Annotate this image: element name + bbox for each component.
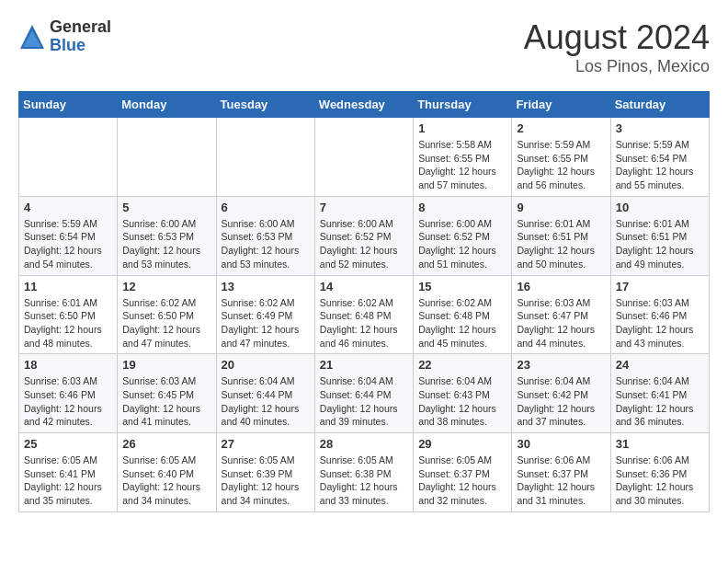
day-info: Sunrise: 6:06 AM Sunset: 6:36 PM Dayligh… [616,454,704,508]
title-block: August 2024 Los Pinos, Mexico [524,18,710,76]
calendar-cell: 18Sunrise: 6:03 AM Sunset: 6:46 PM Dayli… [19,354,118,433]
calendar-cell: 11Sunrise: 6:01 AM Sunset: 6:50 PM Dayli… [19,275,118,354]
day-number: 25 [24,437,112,451]
day-number: 7 [320,201,408,214]
calendar-cell: 3Sunrise: 5:59 AM Sunset: 6:54 PM Daylig… [610,118,709,197]
calendar-cell: 30Sunrise: 6:06 AM Sunset: 6:37 PM Dayli… [512,433,610,512]
week-row-2: 4Sunrise: 5:59 AM Sunset: 6:54 PM Daylig… [19,196,710,275]
day-info: Sunrise: 6:05 AM Sunset: 6:38 PM Dayligh… [320,454,408,508]
day-info: Sunrise: 6:01 AM Sunset: 6:51 PM Dayligh… [517,217,605,271]
day-number: 9 [517,201,605,214]
day-number: 26 [122,437,210,451]
day-info: Sunrise: 6:01 AM Sunset: 6:51 PM Dayligh… [616,217,704,271]
day-info: Sunrise: 6:00 AM Sunset: 6:53 PM Dayligh… [122,217,210,271]
day-info: Sunrise: 6:03 AM Sunset: 6:46 PM Dayligh… [24,374,112,429]
day-info: Sunrise: 5:59 AM Sunset: 6:54 PM Dayligh… [24,217,112,271]
calendar-cell: 27Sunrise: 6:05 AM Sunset: 6:39 PM Dayli… [216,433,314,512]
day-info: Sunrise: 6:04 AM Sunset: 6:43 PM Dayligh… [418,374,506,429]
weekday-header-row: SundayMondayTuesdayWednesdayThursdayFrid… [19,92,710,118]
day-info: Sunrise: 6:03 AM Sunset: 6:45 PM Dayligh… [122,374,210,429]
day-number: 15 [418,280,506,293]
day-number: 17 [616,280,704,293]
calendar-cell: 14Sunrise: 6:02 AM Sunset: 6:48 PM Dayli… [314,275,413,354]
calendar-cell: 26Sunrise: 6:05 AM Sunset: 6:40 PM Dayli… [118,433,216,512]
calendar-cell: 23Sunrise: 6:04 AM Sunset: 6:42 PM Dayli… [512,354,610,433]
day-number: 20 [222,358,310,372]
calendar-cell: 8Sunrise: 6:00 AM Sunset: 6:52 PM Daylig… [414,196,512,275]
weekday-header-monday: Monday [118,92,216,118]
calendar-cell: 21Sunrise: 6:04 AM Sunset: 6:44 PM Dayli… [314,354,413,433]
weekday-header-friday: Friday [512,92,610,118]
day-info: Sunrise: 5:58 AM Sunset: 6:55 PM Dayligh… [418,138,506,192]
day-info: Sunrise: 6:00 AM Sunset: 6:52 PM Dayligh… [418,217,506,271]
day-number: 12 [122,280,210,293]
day-number: 28 [320,437,408,451]
logo-blue: Blue [50,37,111,55]
day-info: Sunrise: 6:06 AM Sunset: 6:37 PM Dayligh… [517,454,605,508]
day-number: 24 [616,358,704,372]
day-number: 14 [320,280,408,293]
day-info: Sunrise: 6:02 AM Sunset: 6:48 PM Dayligh… [320,296,408,350]
day-info: Sunrise: 6:03 AM Sunset: 6:46 PM Dayligh… [616,296,704,350]
weekday-header-thursday: Thursday [414,92,512,118]
calendar-cell: 19Sunrise: 6:03 AM Sunset: 6:45 PM Dayli… [118,354,216,433]
weekday-header-sunday: Sunday [19,92,118,118]
day-number: 10 [616,201,704,214]
day-info: Sunrise: 6:04 AM Sunset: 6:44 PM Dayligh… [320,374,408,429]
day-number: 2 [517,121,605,135]
page-subtitle: Los Pinos, Mexico [524,57,710,76]
day-info: Sunrise: 6:04 AM Sunset: 6:42 PM Dayligh… [517,374,605,429]
calendar-cell [314,118,413,197]
weekday-header-tuesday: Tuesday [216,92,314,118]
calendar-cell: 25Sunrise: 6:05 AM Sunset: 6:41 PM Dayli… [19,433,118,512]
calendar-cell: 2Sunrise: 5:59 AM Sunset: 6:55 PM Daylig… [512,118,610,197]
logo-icon [18,23,46,51]
weekday-header-wednesday: Wednesday [314,92,413,118]
day-number: 5 [122,201,210,214]
day-info: Sunrise: 6:00 AM Sunset: 6:52 PM Dayligh… [320,217,408,271]
calendar-cell: 28Sunrise: 6:05 AM Sunset: 6:38 PM Dayli… [314,433,413,512]
day-info: Sunrise: 6:05 AM Sunset: 6:41 PM Dayligh… [24,454,112,508]
calendar-cell: 31Sunrise: 6:06 AM Sunset: 6:36 PM Dayli… [610,433,709,512]
day-number: 4 [24,201,112,214]
day-number: 3 [616,121,704,135]
day-info: Sunrise: 5:59 AM Sunset: 6:55 PM Dayligh… [517,138,605,192]
day-info: Sunrise: 6:05 AM Sunset: 6:39 PM Dayligh… [222,454,310,508]
calendar-cell: 9Sunrise: 6:01 AM Sunset: 6:51 PM Daylig… [512,196,610,275]
day-number: 11 [24,280,112,293]
day-number: 31 [616,437,704,451]
calendar-cell: 15Sunrise: 6:02 AM Sunset: 6:48 PM Dayli… [414,275,512,354]
calendar-cell: 17Sunrise: 6:03 AM Sunset: 6:46 PM Dayli… [610,275,709,354]
page-title: August 2024 [524,18,710,57]
day-number: 22 [418,358,506,372]
day-info: Sunrise: 6:00 AM Sunset: 6:53 PM Dayligh… [222,217,310,271]
day-number: 19 [122,358,210,372]
day-number: 18 [24,358,112,372]
calendar-cell [216,118,314,197]
day-info: Sunrise: 6:04 AM Sunset: 6:44 PM Dayligh… [222,374,310,429]
week-row-1: 1Sunrise: 5:58 AM Sunset: 6:55 PM Daylig… [19,118,710,197]
calendar-table: SundayMondayTuesdayWednesdayThursdayFrid… [18,91,710,512]
day-number: 27 [222,437,310,451]
day-info: Sunrise: 6:04 AM Sunset: 6:41 PM Dayligh… [616,374,704,429]
calendar-cell: 7Sunrise: 6:00 AM Sunset: 6:52 PM Daylig… [314,196,413,275]
calendar-cell: 1Sunrise: 5:58 AM Sunset: 6:55 PM Daylig… [414,118,512,197]
logo: General Blue [18,18,111,55]
week-row-4: 18Sunrise: 6:03 AM Sunset: 6:46 PM Dayli… [19,354,710,433]
day-number: 29 [418,437,506,451]
day-number: 30 [517,437,605,451]
week-row-3: 11Sunrise: 6:01 AM Sunset: 6:50 PM Dayli… [19,275,710,354]
calendar-cell: 10Sunrise: 6:01 AM Sunset: 6:51 PM Dayli… [610,196,709,275]
weekday-header-saturday: Saturday [610,92,709,118]
day-number: 1 [418,121,506,135]
day-number: 16 [517,280,605,293]
calendar-cell: 16Sunrise: 6:03 AM Sunset: 6:47 PM Dayli… [512,275,610,354]
day-info: Sunrise: 6:05 AM Sunset: 6:37 PM Dayligh… [418,454,506,508]
logo-general: General [50,18,111,37]
day-number: 23 [517,358,605,372]
day-number: 13 [222,280,310,293]
calendar-cell: 5Sunrise: 6:00 AM Sunset: 6:53 PM Daylig… [118,196,216,275]
calendar-cell: 6Sunrise: 6:00 AM Sunset: 6:53 PM Daylig… [216,196,314,275]
day-info: Sunrise: 6:02 AM Sunset: 6:50 PM Dayligh… [122,296,210,350]
calendar-cell: 12Sunrise: 6:02 AM Sunset: 6:50 PM Dayli… [118,275,216,354]
